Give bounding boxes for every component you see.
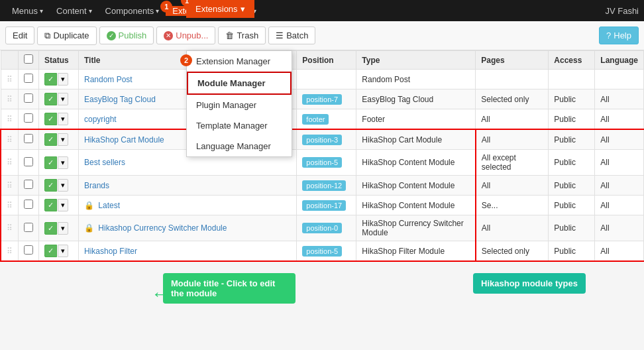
help-button[interactable]: ? Help	[599, 27, 639, 44]
row-checkbox[interactable]	[24, 223, 33, 232]
arrow-left-icon: ←	[151, 284, 170, 305]
drag-handle-icon: ⠿	[7, 201, 13, 210]
checkbox-cell	[19, 109, 39, 130]
access-cell: Public	[549, 215, 595, 241]
nav-menus[interactable]: Menus ▾	[5, 6, 50, 16]
status-dropdown-button[interactable]: ▾	[58, 199, 68, 211]
position-cell: position-5	[297, 150, 356, 176]
status-on-button[interactable]: ✓	[44, 73, 57, 86]
module-title-link[interactable]: Best sellers	[84, 158, 125, 167]
module-title-link[interactable]: Hikashop Currency Switcher Module	[98, 223, 227, 233]
row-checkbox[interactable]	[24, 134, 33, 143]
select-all-checkbox[interactable]	[24, 54, 33, 64]
badge-2-marker: 2	[180, 54, 192, 66]
row-checkbox[interactable]	[24, 157, 33, 166]
module-title-link[interactable]: Hikashop Filter	[84, 247, 137, 256]
duplicate-icon: ⧉	[44, 30, 50, 41]
title-cell: 🔒 Hikashop Currency Switcher Module	[79, 215, 297, 241]
batch-button[interactable]: ☰ Batch	[268, 27, 315, 44]
access-cell: Public	[549, 241, 595, 262]
plugin-manager-item[interactable]: Plugin Manager	[187, 95, 292, 115]
pages-cell: All	[476, 109, 549, 130]
position-cell: position-3	[297, 129, 356, 150]
status-on-button[interactable]: ✓	[44, 93, 57, 105]
module-title-link[interactable]: Brands	[84, 181, 109, 190]
lock-icon: 🔒	[84, 223, 94, 233]
table-row: ⠿ ✓ ▾ 🔒 Hikashop Currency Switcher Modul…	[1, 215, 644, 241]
checkbox-cell	[19, 196, 39, 215]
top-navigation: Menus ▾ Content ▾ Components ▾ Extension…	[0, 0, 644, 21]
status-cell: ✓ ▾	[39, 129, 79, 150]
status-dropdown-button[interactable]: ▾	[58, 179, 68, 192]
status-dropdown-button[interactable]: ▾	[58, 93, 68, 105]
pages-cell	[476, 70, 549, 89]
template-manager-item[interactable]: Template Manager	[187, 115, 292, 136]
type-cell: HikaShop Content Module	[356, 176, 476, 196]
language-cell: All	[595, 196, 644, 215]
row-checkbox[interactable]	[24, 200, 33, 209]
extension-manager-item[interactable]: 2 Extension Manager	[187, 51, 292, 72]
module-title-link[interactable]: EasyBlog Tag Cloud	[84, 95, 156, 104]
edit-button[interactable]: Edit	[5, 27, 34, 44]
unpublish-button[interactable]: ✕ Unpub...	[156, 27, 215, 44]
drag-handle-cell: ⠿	[1, 109, 19, 130]
status-on-button[interactable]: ✓	[44, 179, 57, 192]
status-dropdown-button[interactable]: ▾	[58, 222, 68, 235]
publish-button[interactable]: ✓ Publish	[99, 27, 154, 44]
pages-cell: All	[476, 215, 549, 241]
status-dropdown-button[interactable]: ▾	[58, 133, 68, 146]
module-title-tooltip: Module title - Click to edit the module	[163, 273, 295, 304]
module-title-link[interactable]: Latest	[98, 201, 120, 210]
status-cell: ✓ ▾	[39, 215, 79, 241]
status-cell: ✓ ▾	[39, 109, 79, 130]
row-checkbox[interactable]	[24, 113, 33, 123]
title-cell: Hikashop Filter	[79, 241, 297, 262]
checkbox-cell	[19, 89, 39, 109]
status-toggle: ✓ ▾	[44, 222, 73, 235]
status-dropdown-button[interactable]: ▾	[58, 73, 68, 86]
drag-handle-cell: ⠿	[1, 241, 19, 262]
position-badge: position-7	[302, 94, 342, 105]
status-dropdown-button[interactable]: ▾	[58, 113, 68, 125]
module-title-link[interactable]: copyright	[84, 115, 117, 124]
language-cell: All	[595, 89, 644, 109]
module-title-link[interactable]: Random Post	[84, 75, 133, 84]
col-status: Status	[39, 51, 79, 70]
drag-handle-cell: ⠿	[1, 89, 19, 109]
trash-button[interactable]: 🗑 Trash	[218, 27, 266, 44]
drag-handle-cell: ⠿	[1, 150, 19, 176]
col-checkbox	[19, 51, 39, 70]
nav-components[interactable]: Components ▾	[99, 6, 166, 16]
duplicate-button[interactable]: ⧉ Duplicate	[37, 27, 96, 45]
nav-content[interactable]: Content ▾	[50, 6, 99, 16]
table-row: ⠿ ✓ ▾ Brands position-12 HikaShop Conten…	[1, 176, 644, 196]
row-checkbox[interactable]	[24, 93, 33, 103]
status-on-button[interactable]: ✓	[44, 222, 57, 235]
access-cell: Public	[549, 196, 595, 215]
drag-handle-cell: ⠿	[1, 196, 19, 215]
position-cell: footer	[297, 109, 356, 130]
status-on-button[interactable]: ✓	[44, 199, 57, 211]
position-cell: position-0	[297, 215, 356, 241]
checkbox-cell	[19, 70, 39, 89]
type-cell: Footer	[356, 109, 476, 130]
access-cell: Public	[549, 150, 595, 176]
status-on-button[interactable]: ✓	[44, 156, 57, 169]
language-cell: All	[595, 129, 644, 150]
status-on-button[interactable]: ✓	[44, 133, 57, 146]
hikashop-types-tooltip: Hikashop module types	[473, 273, 586, 294]
drag-handle-icon: ⠿	[7, 95, 13, 104]
module-manager-item[interactable]: Module Manager	[187, 72, 292, 95]
access-cell: Public	[549, 89, 595, 109]
row-checkbox[interactable]	[24, 180, 33, 189]
status-dropdown-button[interactable]: ▾	[58, 245, 68, 257]
module-title-link[interactable]: HikaShop Cart Module	[84, 135, 164, 145]
row-checkbox[interactable]	[24, 245, 33, 255]
extensions-nav-button[interactable]: Extensions ▾	[186, 0, 254, 18]
status-dropdown-button[interactable]: ▾	[58, 156, 68, 169]
row-checkbox[interactable]	[24, 74, 33, 83]
status-on-button[interactable]: ✓	[44, 245, 57, 257]
status-on-button[interactable]: ✓	[44, 113, 57, 125]
type-cell: Random Post	[356, 70, 476, 89]
language-manager-item[interactable]: Language Manager	[187, 136, 292, 156]
